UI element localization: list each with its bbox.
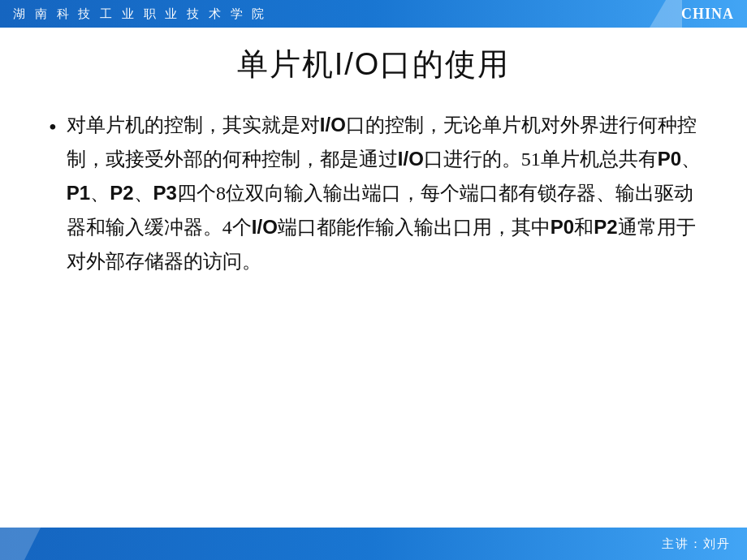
china-label: CHINA: [681, 6, 734, 23]
bullet-dot: •: [49, 110, 57, 146]
bullet-item: • 对单片机的控制，其实就是对I/O口的控制，无论单片机对外界进行何种控制，或接…: [49, 108, 706, 278]
header-bar: 湖 南 科 技 工 业 职 业 技 术 学 院 CHINA: [0, 0, 747, 28]
school-name: 湖 南 科 技 工 业 职 业 技 术 学 院: [13, 6, 267, 22]
slide-title: 单片机I/O口的使用: [41, 44, 706, 85]
content-area: • 对单片机的控制，其实就是对I/O口的控制，无论单片机对外界进行何种控制，或接…: [41, 108, 706, 278]
footer-bar: 主讲：刘丹: [0, 528, 747, 560]
presenter-label: 主讲：刘丹: [662, 536, 731, 552]
bullet-text: 对单片机的控制，其实就是对I/O口的控制，无论单片机对外界进行何种控制，或接受外…: [67, 108, 706, 278]
slide-content: 单片机I/O口的使用 • 对单片机的控制，其实就是对I/O口的控制，无论单片机对…: [0, 28, 747, 528]
